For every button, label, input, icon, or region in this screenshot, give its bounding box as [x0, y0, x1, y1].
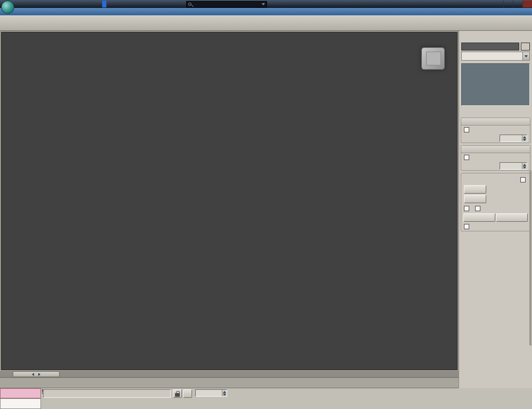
lock-icon — [175, 393, 180, 397]
copy-checkbox[interactable] — [464, 206, 469, 211]
search-icon — [188, 3, 192, 6]
mirror-row — [464, 195, 527, 203]
time-prev-arrow-icon[interactable] — [30, 373, 34, 376]
boolean-button[interactable] — [464, 185, 486, 194]
macro-recorder-line[interactable] — [0, 388, 41, 398]
app-logo-icon[interactable] — [1, 1, 14, 14]
about-axis-checkbox[interactable] — [475, 206, 480, 211]
rollout-auto-weld — [461, 145, 530, 171]
connect-checkbox[interactable] — [464, 127, 469, 132]
command-panel — [459, 31, 532, 389]
time-slider-track[interactable] — [0, 370, 459, 378]
connect-row — [461, 126, 530, 134]
mini-listener-line[interactable] — [0, 398, 41, 409]
connect-threshold-row — [461, 134, 530, 143]
weld-threshold-spinner[interactable] — [500, 162, 527, 170]
status-bar: ... y at 443, z at 521 ... — [0, 388, 532, 409]
trim-button[interactable] — [463, 213, 495, 222]
close-button[interactable] — [522, 1, 532, 7]
object-name-row — [459, 41, 532, 51]
spinner-arrows-icon[interactable] — [522, 135, 527, 141]
minimize-button[interactable] — [503, 1, 513, 7]
panel-scrollbar[interactable] — [529, 170, 531, 346]
connect-threshold-spinner[interactable] — [500, 135, 527, 142]
rollout-connect-copy-header[interactable] — [461, 118, 530, 126]
status-selection-readout — [43, 389, 171, 398]
chevron-down-icon — [525, 55, 528, 59]
geometry-section — [461, 173, 530, 231]
selection-lock-button[interactable] — [173, 389, 182, 398]
rollout-connect-copy — [461, 118, 530, 143]
copy-axis-row — [461, 204, 530, 213]
boolean-row — [464, 185, 527, 194]
track-bar[interactable] — [0, 378, 459, 388]
menu-bar — [0, 8, 532, 15]
rollout-auto-weld-header[interactable] — [461, 146, 530, 153]
object-name-field[interactable] — [461, 43, 519, 51]
absolute-offset-toggle-button[interactable] — [183, 389, 192, 398]
modifier-list-dropdown[interactable] — [461, 52, 530, 61]
x-coordinate-group — [194, 389, 227, 397]
mirror-spline-button[interactable] — [464, 195, 486, 203]
extend-button[interactable] — [496, 213, 528, 222]
trim-extend-row — [463, 213, 528, 222]
viewport-front[interactable] — [1, 32, 458, 370]
time-slider-handle[interactable] — [13, 371, 60, 377]
infinite-bounds-checkbox[interactable] — [464, 224, 469, 229]
document-title-badge — [102, 1, 106, 7]
infinite-bounds-row — [461, 222, 530, 231]
time-next-arrow-icon[interactable] — [38, 373, 42, 376]
window-controls — [503, 1, 532, 7]
modifier-stack[interactable] — [461, 63, 530, 106]
x-coordinate-field[interactable] — [195, 389, 227, 397]
viewcube[interactable] — [421, 47, 445, 70]
spinner-arrows-icon[interactable] — [522, 163, 527, 169]
auto-weld-checkbox[interactable] — [464, 155, 469, 160]
command-panel-tabs — [459, 31, 532, 41]
maximize-button[interactable] — [513, 1, 522, 7]
weld-threshold-row — [461, 162, 530, 170]
modifier-list-arrow[interactable] — [522, 52, 529, 60]
auto-weld-row — [461, 153, 530, 162]
object-color-swatch[interactable] — [521, 43, 530, 51]
viewport-canvas[interactable] — [2, 32, 457, 370]
search-box[interactable] — [186, 1, 267, 7]
center-checkbox[interactable] — [520, 177, 526, 182]
title-bar — [0, 0, 532, 8]
viewcube-front-face[interactable] — [426, 52, 441, 65]
modifier-stack-tools — [461, 107, 530, 115]
search-dropdown-arrow-icon[interactable] — [262, 3, 265, 7]
center-row — [461, 176, 530, 184]
main-toolbar — [0, 15, 532, 31]
